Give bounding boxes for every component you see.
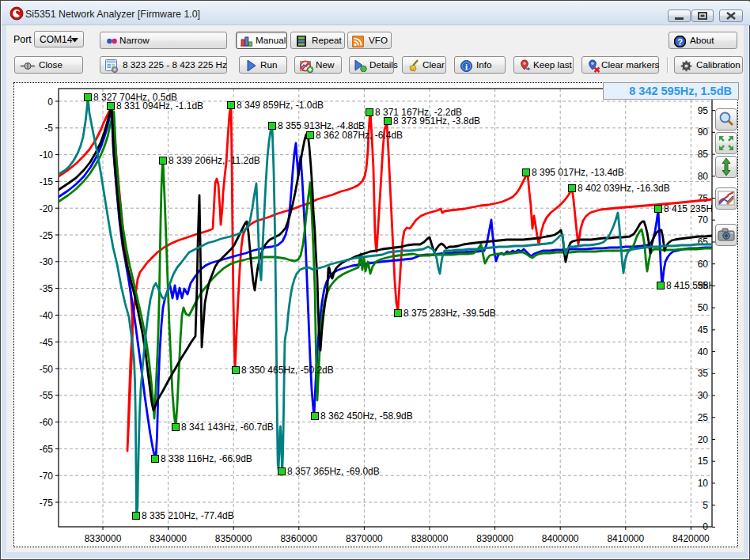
svg-text:8330000: 8330000: [85, 533, 122, 544]
svg-text:-10: -10: [40, 149, 54, 161]
svg-text:-50: -50: [40, 364, 54, 375]
svg-text:-20: -20: [40, 203, 54, 214]
svg-text:-5: -5: [44, 123, 53, 134]
svg-text:8 331 094Hz, -1.1dB: 8 331 094Hz, -1.1dB: [116, 100, 203, 112]
svg-text:-25: -25: [40, 230, 54, 241]
svg-text:-65: -65: [40, 444, 54, 455]
svg-text:95: 95: [698, 105, 709, 116]
svg-text:8 395 017Hz, -13.4dB: 8 395 017Hz, -13.4dB: [532, 167, 624, 178]
svg-text:-15: -15: [40, 176, 54, 187]
svg-text:-60: -60: [40, 417, 54, 428]
svg-text:8 373 951Hz, -3.8dB: 8 373 951Hz, -3.8dB: [393, 115, 480, 127]
svg-text:8 339 206Hz, -11.2dB: 8 339 206Hz, -11.2dB: [169, 155, 260, 166]
svg-text:80: 80: [698, 171, 709, 182]
svg-text:-35: -35: [40, 283, 54, 294]
svg-text:8 335 210Hz, -77.4dB: 8 335 210Hz, -77.4dB: [142, 510, 234, 521]
svg-text:8 341 143Hz, -60.7dB: 8 341 143Hz, -60.7dB: [181, 422, 274, 433]
svg-text:0: 0: [47, 96, 53, 108]
svg-text:50: 50: [698, 302, 709, 313]
svg-text:8350000: 8350000: [215, 533, 252, 544]
svg-text:70: 70: [698, 214, 709, 225]
svg-text:8420000: 8420000: [672, 533, 710, 544]
svg-text:8 350 465Hz, -50.2dB: 8 350 465Hz, -50.2dB: [241, 365, 334, 376]
svg-text:60: 60: [698, 259, 709, 270]
svg-text:45: 45: [698, 324, 709, 335]
svg-text:35: 35: [698, 368, 709, 379]
svg-text:8 362 450Hz, -58.9dB: 8 362 450Hz, -58.9dB: [320, 411, 413, 422]
svg-text:8 357 365Hz, -69.0dB: 8 357 365Hz, -69.0dB: [287, 466, 380, 477]
svg-text:8380000: 8380000: [411, 533, 449, 544]
svg-text:8390000: 8390000: [476, 533, 513, 544]
svg-text:25: 25: [698, 412, 709, 423]
svg-text:90: 90: [698, 127, 709, 138]
svg-text:8370000: 8370000: [346, 533, 383, 544]
svg-text:-40: -40: [40, 310, 54, 321]
svg-text:8410000: 8410000: [607, 533, 644, 544]
svg-text:20: 20: [698, 434, 709, 445]
svg-text:-30: -30: [40, 256, 54, 267]
svg-text:75: 75: [698, 193, 709, 204]
svg-text:5: 5: [703, 500, 708, 511]
svg-text:8 375 283Hz, -39.5dB: 8 375 283Hz, -39.5dB: [403, 308, 496, 319]
svg-text:-45: -45: [40, 337, 54, 348]
svg-text:8340000: 8340000: [150, 533, 187, 544]
svg-text:15: 15: [698, 456, 709, 467]
svg-text:-55: -55: [40, 390, 54, 401]
svg-text:10: 10: [698, 478, 709, 489]
svg-text:8400000: 8400000: [542, 533, 579, 544]
svg-text:8 338 116Hz, -66.9dB: 8 338 116Hz, -66.9dB: [161, 453, 252, 464]
svg-text:8 415 598Hz, -34.4dB: 8 415 598Hz, -34.4dB: [666, 280, 750, 291]
svg-text:40: 40: [698, 346, 709, 358]
svg-text:85: 85: [698, 149, 709, 160]
svg-text:8360000: 8360000: [280, 533, 317, 544]
svg-text:65: 65: [698, 236, 709, 248]
svg-text:30: 30: [698, 390, 709, 401]
svg-text:8 402 039Hz, -16.3dB: 8 402 039Hz, -16.3dB: [578, 183, 670, 194]
svg-text:8 362 087Hz, -6.4dB: 8 362 087Hz, -6.4dB: [316, 130, 403, 141]
svg-text:8 349 859Hz, -1.0dB: 8 349 859Hz, -1.0dB: [237, 100, 324, 111]
svg-text:-75: -75: [40, 498, 54, 509]
svg-text:-70: -70: [40, 471, 54, 482]
